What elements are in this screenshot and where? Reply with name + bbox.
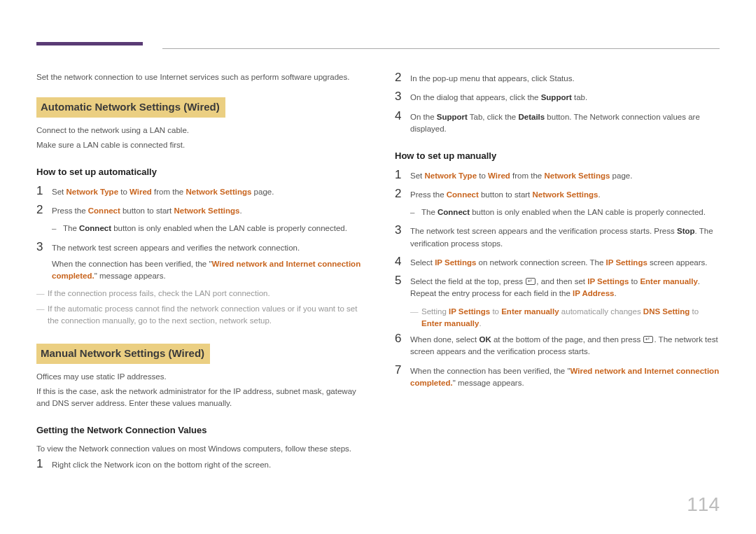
t: Enter manually <box>421 319 479 328</box>
msetup-step-2-sub: The Connect button is only enabled when … <box>410 206 720 218</box>
t: Network Settings <box>544 171 610 180</box>
step-body: Right click the Network icon on the bott… <box>52 458 361 471</box>
t: Support <box>541 93 572 101</box>
step-number: 4 <box>395 255 410 269</box>
enter-icon <box>526 278 536 285</box>
t: Connect <box>88 206 120 215</box>
step-number: 2 <box>36 204 52 217</box>
t: Enter manually <box>640 277 697 286</box>
t: Press the <box>410 190 447 199</box>
enter-icon <box>643 336 653 343</box>
auto-step-2: 2 Press the Connect button to start Netw… <box>36 204 361 217</box>
t: If the automatic process cannot find the… <box>48 303 361 328</box>
t: Network Settings <box>186 188 251 196</box>
step-number: 3 <box>36 241 52 254</box>
auto-step-3: 3 The network test screen appears and ve… <box>36 241 361 283</box>
t: tab. <box>572 93 587 101</box>
man-intro: To view the Network connection values on… <box>36 443 361 455</box>
step-body: On the Support Tab, click the Details bu… <box>410 110 720 136</box>
subheading-auto: How to set up automatically <box>36 165 361 179</box>
t: page. <box>610 171 632 180</box>
msetup-step-4: 4 Select IP Settings on network connecti… <box>395 255 720 269</box>
t: OK <box>479 335 491 344</box>
t: The network test screen appears and veri… <box>52 242 361 254</box>
auto-p2: Make sure a LAN cable is connected first… <box>36 139 361 151</box>
t: Connect <box>438 208 470 216</box>
step-number: 1 <box>36 185 52 198</box>
t: from the <box>510 171 545 180</box>
t: at the bottom of the page, and then pres… <box>491 335 643 344</box>
t: Stop <box>677 227 695 235</box>
step-body: On the dialog that appears, click the Su… <box>410 90 720 104</box>
t: On the dialog that appears, click the <box>410 93 541 101</box>
t: , and then set <box>536 277 587 286</box>
step-number: 1 <box>36 458 52 471</box>
t: Select the field at the top, press <box>410 277 525 286</box>
t: on network connection screen. The <box>476 258 606 267</box>
t: to <box>690 307 699 316</box>
t: to <box>118 188 130 196</box>
step-body: When done, select OK at the bottom of th… <box>410 332 720 358</box>
t: Network Settings <box>533 190 598 199</box>
t: On the <box>410 113 437 121</box>
auto-step-1: 1 Set Network Type to Wired from the Net… <box>36 185 361 198</box>
t: When the connection has been verified, t… <box>52 260 211 268</box>
t: Setting <box>421 307 449 316</box>
msetup-step-5: 5 Select the field at the top, press , a… <box>395 274 720 300</box>
msetup-step-1: 1 Set Network Type to Wired from the Net… <box>395 169 720 182</box>
t: IP Settings <box>587 277 629 286</box>
t: Support <box>437 113 468 121</box>
t: Set <box>52 188 66 196</box>
t: button to start <box>479 190 533 199</box>
step-body: Press the Connect button to start Networ… <box>410 188 720 201</box>
t: Enter manually <box>501 307 559 316</box>
step-number: 2 <box>395 71 410 85</box>
t: button is only enabled when the LAN cabl… <box>111 224 347 232</box>
t: Wired <box>130 188 152 196</box>
getval-step-4: 4 On the Support Tab, click the Details … <box>395 110 720 136</box>
step-body: When the connection has been verified, t… <box>410 364 720 390</box>
step-body: In the pop-up menu that appears, click S… <box>410 71 720 85</box>
t: . <box>479 319 481 328</box>
t: Connect <box>447 190 479 199</box>
step-body: Set Network Type to Wired from the Netwo… <box>52 185 361 198</box>
t: Tab, click the <box>468 113 519 121</box>
getval-step-2: 2 In the pop-up menu that appears, click… <box>395 71 720 85</box>
t: Select <box>410 258 435 267</box>
step-number: 5 <box>395 274 410 288</box>
right-column: 2 In the pop-up menu that appears, click… <box>395 71 720 477</box>
t: . <box>598 190 600 199</box>
step-body: The network test screen appears and veri… <box>52 241 361 283</box>
t: IP Settings <box>606 258 648 267</box>
t: Connect <box>79 224 111 232</box>
t: button to start <box>120 206 174 215</box>
msetup-step-2: 2 Press the Connect button to start Netw… <box>395 188 720 201</box>
t: to <box>477 171 488 180</box>
step-number: 2 <box>395 188 410 201</box>
page-number: 114 <box>687 493 720 516</box>
intro-text: Set the network connection to use Intern… <box>36 71 361 83</box>
man-step-1: 1 Right click the Network icon on the bo… <box>36 458 361 471</box>
t: When done, select <box>410 335 479 344</box>
msetup-step-6: 6 When done, select OK at the bottom of … <box>395 332 720 358</box>
content-columns: Set the network connection to use Intern… <box>36 71 720 477</box>
man-p1: Offices may use static IP addresses. <box>36 371 361 383</box>
t: Wired <box>488 171 510 180</box>
t: The <box>63 224 79 232</box>
t: screen appears. <box>648 258 708 267</box>
t: Set <box>410 171 424 180</box>
t: IP Address <box>573 289 614 297</box>
t: The <box>421 208 438 216</box>
section-heading-auto: Automatic Network Settings (Wired) <box>36 97 225 118</box>
t: page. <box>251 188 274 196</box>
t: DNS Setting <box>643 307 690 316</box>
t: If the connection process fails, check t… <box>48 288 270 300</box>
t: button is only enabled when the LAN cabl… <box>470 208 706 216</box>
t: IP Settings <box>449 307 490 316</box>
step-body: The network test screen appears and the … <box>410 224 720 250</box>
step-number: 6 <box>395 332 410 346</box>
t: . <box>615 289 617 297</box>
step-number: 7 <box>395 364 410 377</box>
t: to <box>629 277 640 286</box>
auto-note-1: If the connection process fails, check t… <box>36 288 361 300</box>
